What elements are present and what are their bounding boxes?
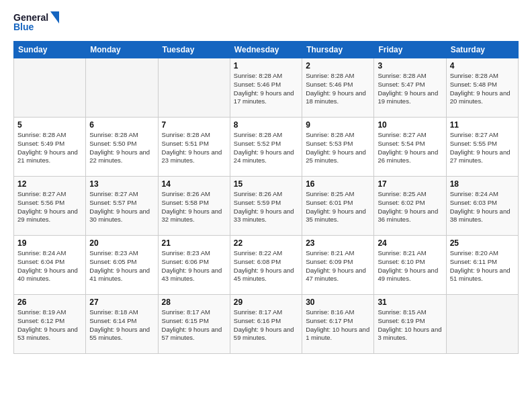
day-cell: 4Sunrise: 8:28 AM Sunset: 5:48 PM Daylig… [446,58,518,118]
day-cell: 27Sunrise: 8:18 AM Sunset: 6:14 PM Dayli… [86,295,158,354]
day-cell: 6Sunrise: 8:28 AM Sunset: 5:50 PM Daylig… [86,118,158,177]
day-cell [14,58,86,118]
page: GeneralBlue SundayMondayTuesdayWednesday… [0,0,532,411]
logo-icon: GeneralBlue [13,10,60,34]
day-cell: 17Sunrise: 8:25 AM Sunset: 6:02 PM Dayli… [374,177,446,236]
week-row-1: 1Sunrise: 8:28 AM Sunset: 5:46 PM Daylig… [14,58,519,118]
day-info: Sunrise: 8:15 AM Sunset: 6:19 PM Dayligh… [378,308,442,342]
day-info: Sunrise: 8:19 AM Sunset: 6:12 PM Dayligh… [17,308,82,342]
svg-text:Blue: Blue [13,21,34,32]
day-number: 7 [162,120,226,130]
day-info: Sunrise: 8:28 AM Sunset: 5:48 PM Dayligh… [450,72,515,106]
weekday-header-thursday: Thursday [302,42,374,58]
day-cell [446,295,518,354]
day-number: 4 [450,61,515,71]
day-number: 17 [378,179,442,189]
day-info: Sunrise: 8:22 AM Sunset: 6:08 PM Dayligh… [234,249,298,283]
day-cell: 3Sunrise: 8:28 AM Sunset: 5:47 PM Daylig… [374,58,446,118]
svg-marker-2 [50,11,59,24]
day-number: 30 [306,298,370,307]
day-number: 14 [162,179,226,189]
day-cell: 13Sunrise: 8:27 AM Sunset: 5:57 PM Dayli… [86,177,158,236]
day-number: 21 [162,238,226,248]
day-info: Sunrise: 8:26 AM Sunset: 5:58 PM Dayligh… [162,190,226,224]
week-row-4: 19Sunrise: 8:24 AM Sunset: 6:04 PM Dayli… [14,236,519,295]
day-cell: 9Sunrise: 8:28 AM Sunset: 5:53 PM Daylig… [302,118,374,177]
day-cell: 30Sunrise: 8:16 AM Sunset: 6:17 PM Dayli… [302,295,374,354]
day-cell: 23Sunrise: 8:21 AM Sunset: 6:09 PM Dayli… [302,236,374,295]
day-info: Sunrise: 8:16 AM Sunset: 6:17 PM Dayligh… [306,308,370,342]
day-cell: 26Sunrise: 8:19 AM Sunset: 6:12 PM Dayli… [14,295,86,354]
day-cell: 22Sunrise: 8:22 AM Sunset: 6:08 PM Dayli… [230,236,302,295]
day-info: Sunrise: 8:25 AM Sunset: 6:02 PM Dayligh… [378,190,442,224]
weekday-header-sunday: Sunday [14,42,86,58]
day-number: 26 [17,298,82,307]
day-number: 31 [378,298,442,307]
day-info: Sunrise: 8:28 AM Sunset: 5:46 PM Dayligh… [234,72,298,106]
day-info: Sunrise: 8:23 AM Sunset: 6:06 PM Dayligh… [162,249,226,283]
day-cell: 20Sunrise: 8:23 AM Sunset: 6:05 PM Dayli… [86,236,158,295]
weekday-header-monday: Monday [86,42,158,58]
day-number: 25 [450,238,515,248]
week-row-5: 26Sunrise: 8:19 AM Sunset: 6:12 PM Dayli… [14,295,519,354]
day-number: 5 [17,120,82,130]
day-number: 29 [234,298,298,307]
day-number: 8 [234,120,298,130]
day-number: 18 [450,179,515,189]
day-number: 1 [234,61,298,71]
day-info: Sunrise: 8:27 AM Sunset: 5:55 PM Dayligh… [450,131,515,165]
day-info: Sunrise: 8:27 AM Sunset: 5:56 PM Dayligh… [17,190,82,224]
day-info: Sunrise: 8:27 AM Sunset: 5:54 PM Dayligh… [378,131,442,165]
day-cell: 14Sunrise: 8:26 AM Sunset: 5:58 PM Dayli… [158,177,230,236]
day-cell: 10Sunrise: 8:27 AM Sunset: 5:54 PM Dayli… [374,118,446,177]
day-cell: 25Sunrise: 8:20 AM Sunset: 6:11 PM Dayli… [446,236,518,295]
day-info: Sunrise: 8:28 AM Sunset: 5:52 PM Dayligh… [234,131,298,165]
day-info: Sunrise: 8:20 AM Sunset: 6:11 PM Dayligh… [450,249,515,283]
day-cell: 12Sunrise: 8:27 AM Sunset: 5:56 PM Dayli… [14,177,86,236]
day-cell [86,58,158,118]
weekday-header-saturday: Saturday [446,42,518,58]
day-cell: 24Sunrise: 8:21 AM Sunset: 6:10 PM Dayli… [374,236,446,295]
day-info: Sunrise: 8:28 AM Sunset: 5:53 PM Dayligh… [306,131,370,165]
day-info: Sunrise: 8:17 AM Sunset: 6:16 PM Dayligh… [234,308,298,342]
day-info: Sunrise: 8:28 AM Sunset: 5:49 PM Dayligh… [17,131,82,165]
day-info: Sunrise: 8:21 AM Sunset: 6:09 PM Dayligh… [306,249,370,283]
day-number: 11 [450,120,515,130]
day-number: 24 [378,238,442,248]
day-info: Sunrise: 8:23 AM Sunset: 6:05 PM Dayligh… [89,249,154,283]
day-cell: 21Sunrise: 8:23 AM Sunset: 6:06 PM Dayli… [158,236,230,295]
day-number: 9 [306,120,370,130]
day-number: 15 [234,179,298,189]
weekday-header-friday: Friday [374,42,446,58]
weekday-header-tuesday: Tuesday [158,42,230,58]
day-info: Sunrise: 8:18 AM Sunset: 6:14 PM Dayligh… [89,308,154,342]
day-number: 13 [89,179,154,189]
day-cell: 8Sunrise: 8:28 AM Sunset: 5:52 PM Daylig… [230,118,302,177]
day-cell: 29Sunrise: 8:17 AM Sunset: 6:16 PM Dayli… [230,295,302,354]
day-number: 28 [162,298,226,307]
week-row-3: 12Sunrise: 8:27 AM Sunset: 5:56 PM Dayli… [14,177,519,236]
day-info: Sunrise: 8:21 AM Sunset: 6:10 PM Dayligh… [378,249,442,283]
day-cell: 1Sunrise: 8:28 AM Sunset: 5:46 PM Daylig… [230,58,302,118]
day-number: 20 [89,238,154,248]
day-number: 10 [378,120,442,130]
day-cell: 5Sunrise: 8:28 AM Sunset: 5:49 PM Daylig… [14,118,86,177]
day-cell: 15Sunrise: 8:26 AM Sunset: 5:59 PM Dayli… [230,177,302,236]
day-number: 12 [17,179,82,189]
day-info: Sunrise: 8:24 AM Sunset: 6:03 PM Dayligh… [450,190,515,224]
day-number: 19 [17,238,82,248]
day-info: Sunrise: 8:17 AM Sunset: 6:15 PM Dayligh… [162,308,226,342]
header: GeneralBlue [13,10,519,34]
day-number: 23 [306,238,370,248]
day-info: Sunrise: 8:28 AM Sunset: 5:50 PM Dayligh… [89,131,154,165]
day-info: Sunrise: 8:24 AM Sunset: 6:04 PM Dayligh… [17,249,82,283]
day-number: 22 [234,238,298,248]
day-cell: 7Sunrise: 8:28 AM Sunset: 5:51 PM Daylig… [158,118,230,177]
logo: GeneralBlue [13,10,60,34]
day-info: Sunrise: 8:25 AM Sunset: 6:01 PM Dayligh… [306,190,370,224]
day-cell: 18Sunrise: 8:24 AM Sunset: 6:03 PM Dayli… [446,177,518,236]
day-info: Sunrise: 8:28 AM Sunset: 5:46 PM Dayligh… [306,72,370,106]
day-number: 6 [89,120,154,130]
day-cell: 31Sunrise: 8:15 AM Sunset: 6:19 PM Dayli… [374,295,446,354]
day-cell [158,58,230,118]
